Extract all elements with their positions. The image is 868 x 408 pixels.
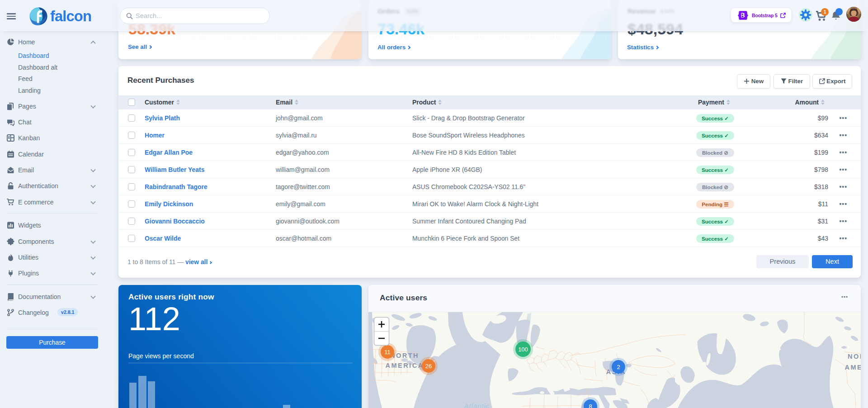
svg-text:AMERICA: AMERICA (844, 364, 861, 371)
svg-text:11: 11 (384, 349, 391, 356)
svg-text:100: 100 (518, 346, 528, 353)
svg-text:Atlantic: Atlantic (463, 402, 490, 408)
svg-text:NORTH: NORTH (848, 353, 861, 360)
svg-text:AMERICA: AMERICA (385, 362, 424, 369)
svg-text:26: 26 (425, 363, 432, 370)
svg-text:8: 8 (589, 403, 592, 408)
svg-text:2: 2 (617, 364, 620, 370)
